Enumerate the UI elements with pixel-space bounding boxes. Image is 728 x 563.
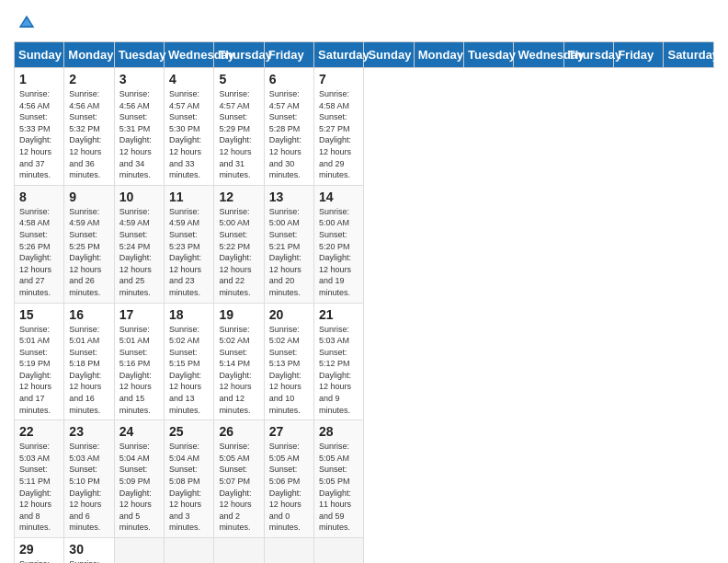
day-info: Sunrise: 4:56 AM Sunset: 5:31 PM Dayligh… xyxy=(119,88,159,181)
day-number: 21 xyxy=(319,307,358,322)
day-number: 27 xyxy=(269,424,309,439)
calendar-cell xyxy=(114,538,164,564)
calendar-cell: 22Sunrise: 5:03 AM Sunset: 5:11 PM Dayli… xyxy=(15,420,64,538)
calendar-cell: 19Sunrise: 5:02 AM Sunset: 5:14 PM Dayli… xyxy=(214,303,264,420)
day-info: Sunrise: 4:58 AM Sunset: 5:27 PM Dayligh… xyxy=(319,88,358,181)
logo xyxy=(14,14,36,32)
day-info: Sunrise: 5:06 AM Sunset: 5:03 PM Dayligh… xyxy=(69,558,108,563)
day-number: 30 xyxy=(69,542,108,557)
day-number: 15 xyxy=(19,307,59,322)
calendar-cell xyxy=(314,538,364,564)
day-number: 26 xyxy=(219,424,258,439)
calendar-cell: 29Sunrise: 5:06 AM Sunset: 5:04 PM Dayli… xyxy=(15,538,64,564)
calendar-cell: 28Sunrise: 5:05 AM Sunset: 5:05 PM Dayli… xyxy=(314,420,364,538)
calendar-header-row: SundayMondayTuesdayWednesdayThursdayFrid… xyxy=(15,42,714,68)
calendar-cell: 6Sunrise: 4:57 AM Sunset: 5:28 PM Daylig… xyxy=(264,68,313,186)
calendar-cell: 2Sunrise: 4:56 AM Sunset: 5:32 PM Daylig… xyxy=(64,68,114,186)
header-friday: Friday xyxy=(614,42,664,68)
calendar-cell: 17Sunrise: 5:01 AM Sunset: 5:16 PM Dayli… xyxy=(114,303,164,420)
day-number: 14 xyxy=(319,190,358,204)
page-header xyxy=(14,14,714,32)
day-number: 5 xyxy=(219,72,258,86)
header-wednesday: Wednesday xyxy=(514,42,563,68)
calendar-cell: 7Sunrise: 4:58 AM Sunset: 5:27 PM Daylig… xyxy=(314,68,364,186)
day-info: Sunrise: 5:02 AM Sunset: 5:15 PM Dayligh… xyxy=(169,324,209,417)
day-number: 7 xyxy=(319,72,358,86)
logo-icon xyxy=(17,14,36,32)
day-info: Sunrise: 5:03 AM Sunset: 5:10 PM Dayligh… xyxy=(69,441,108,534)
calendar-cell: 10Sunrise: 4:59 AM Sunset: 5:24 PM Dayli… xyxy=(114,185,164,303)
day-number: 19 xyxy=(219,307,258,322)
day-info: Sunrise: 5:05 AM Sunset: 5:07 PM Dayligh… xyxy=(219,441,258,534)
calendar-cell: 20Sunrise: 5:02 AM Sunset: 5:13 PM Dayli… xyxy=(264,303,313,420)
header-monday: Monday xyxy=(414,42,463,68)
calendar-week-row: 15Sunrise: 5:01 AM Sunset: 5:19 PM Dayli… xyxy=(15,303,714,420)
day-info: Sunrise: 5:04 AM Sunset: 5:09 PM Dayligh… xyxy=(119,441,159,534)
day-number: 9 xyxy=(69,190,108,204)
day-info: Sunrise: 5:03 AM Sunset: 5:12 PM Dayligh… xyxy=(319,324,358,417)
calendar-cell: 16Sunrise: 5:01 AM Sunset: 5:18 PM Dayli… xyxy=(64,303,114,420)
day-number: 17 xyxy=(119,307,159,322)
calendar-week-row: 1Sunrise: 4:56 AM Sunset: 5:33 PM Daylig… xyxy=(15,68,714,186)
calendar-cell: 30Sunrise: 5:06 AM Sunset: 5:03 PM Dayli… xyxy=(64,538,114,564)
calendar-cell: 11Sunrise: 4:59 AM Sunset: 5:23 PM Dayli… xyxy=(165,185,214,303)
day-info: Sunrise: 5:02 AM Sunset: 5:13 PM Dayligh… xyxy=(269,324,309,417)
day-info: Sunrise: 4:59 AM Sunset: 5:25 PM Dayligh… xyxy=(69,206,108,299)
calendar-week-row: 8Sunrise: 4:58 AM Sunset: 5:26 PM Daylig… xyxy=(15,185,714,303)
day-number: 18 xyxy=(169,307,209,322)
day-info: Sunrise: 5:05 AM Sunset: 5:05 PM Dayligh… xyxy=(319,441,358,534)
calendar-week-row: 29Sunrise: 5:06 AM Sunset: 5:04 PM Dayli… xyxy=(15,538,714,564)
header-day-monday: Monday xyxy=(64,42,114,68)
day-number: 29 xyxy=(19,542,59,557)
calendar-cell: 3Sunrise: 4:56 AM Sunset: 5:31 PM Daylig… xyxy=(114,68,164,186)
day-info: Sunrise: 4:58 AM Sunset: 5:26 PM Dayligh… xyxy=(19,206,59,299)
day-number: 4 xyxy=(169,72,209,86)
day-number: 13 xyxy=(269,190,309,204)
day-number: 3 xyxy=(119,72,159,86)
header-saturday: Saturday xyxy=(664,42,714,68)
day-info: Sunrise: 4:59 AM Sunset: 5:23 PM Dayligh… xyxy=(169,206,209,299)
calendar-cell xyxy=(264,538,313,564)
calendar-cell: 12Sunrise: 5:00 AM Sunset: 5:22 PM Dayli… xyxy=(214,185,264,303)
day-info: Sunrise: 4:57 AM Sunset: 5:30 PM Dayligh… xyxy=(169,88,209,181)
calendar-cell: 27Sunrise: 5:05 AM Sunset: 5:06 PM Dayli… xyxy=(264,420,313,538)
calendar-cell: 25Sunrise: 5:04 AM Sunset: 5:08 PM Dayli… xyxy=(165,420,214,538)
calendar-cell: 4Sunrise: 4:57 AM Sunset: 5:30 PM Daylig… xyxy=(165,68,214,186)
day-info: Sunrise: 5:06 AM Sunset: 5:04 PM Dayligh… xyxy=(19,558,59,563)
calendar-cell: 23Sunrise: 5:03 AM Sunset: 5:10 PM Dayli… xyxy=(64,420,114,538)
day-number: 20 xyxy=(269,307,309,322)
calendar-cell: 18Sunrise: 5:02 AM Sunset: 5:15 PM Dayli… xyxy=(165,303,214,420)
calendar-cell: 21Sunrise: 5:03 AM Sunset: 5:12 PM Dayli… xyxy=(314,303,364,420)
header-day-sunday: Sunday xyxy=(15,42,64,68)
day-number: 2 xyxy=(69,72,108,86)
header-tuesday: Tuesday xyxy=(464,42,514,68)
calendar-cell: 8Sunrise: 4:58 AM Sunset: 5:26 PM Daylig… xyxy=(15,185,64,303)
day-info: Sunrise: 5:01 AM Sunset: 5:18 PM Dayligh… xyxy=(69,324,108,417)
day-info: Sunrise: 5:03 AM Sunset: 5:11 PM Dayligh… xyxy=(19,441,59,534)
day-info: Sunrise: 4:57 AM Sunset: 5:28 PM Dayligh… xyxy=(269,88,309,181)
header-thursday: Thursday xyxy=(563,42,613,68)
calendar-cell xyxy=(214,538,264,564)
calendar-cell: 26Sunrise: 5:05 AM Sunset: 5:07 PM Dayli… xyxy=(214,420,264,538)
calendar-cell: 5Sunrise: 4:57 AM Sunset: 5:29 PM Daylig… xyxy=(214,68,264,186)
day-info: Sunrise: 5:04 AM Sunset: 5:08 PM Dayligh… xyxy=(169,441,209,534)
day-number: 23 xyxy=(69,424,108,439)
day-number: 8 xyxy=(19,190,59,204)
header-day-friday: Friday xyxy=(264,42,313,68)
calendar-cell: 14Sunrise: 5:00 AM Sunset: 5:20 PM Dayli… xyxy=(314,185,364,303)
calendar-cell: 1Sunrise: 4:56 AM Sunset: 5:33 PM Daylig… xyxy=(15,68,64,186)
day-number: 11 xyxy=(169,190,209,204)
day-info: Sunrise: 5:05 AM Sunset: 5:06 PM Dayligh… xyxy=(269,441,309,534)
day-info: Sunrise: 5:00 AM Sunset: 5:22 PM Dayligh… xyxy=(219,206,258,299)
day-number: 12 xyxy=(219,190,258,204)
day-info: Sunrise: 5:00 AM Sunset: 5:20 PM Dayligh… xyxy=(319,206,358,299)
day-number: 22 xyxy=(19,424,59,439)
day-info: Sunrise: 5:01 AM Sunset: 5:19 PM Dayligh… xyxy=(19,324,59,417)
day-number: 28 xyxy=(319,424,358,439)
calendar-cell: 9Sunrise: 4:59 AM Sunset: 5:25 PM Daylig… xyxy=(64,185,114,303)
day-info: Sunrise: 5:00 AM Sunset: 5:21 PM Dayligh… xyxy=(269,206,309,299)
day-info: Sunrise: 4:57 AM Sunset: 5:29 PM Dayligh… xyxy=(219,88,258,181)
day-info: Sunrise: 5:02 AM Sunset: 5:14 PM Dayligh… xyxy=(219,324,258,417)
header-day-saturday: Saturday xyxy=(314,42,364,68)
calendar-cell xyxy=(165,538,214,564)
